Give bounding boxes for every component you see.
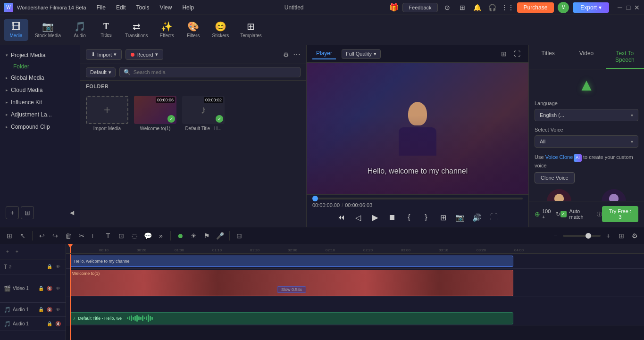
mic-btn[interactable]: 🎤 bbox=[214, 230, 226, 241]
voice-clone-link[interactable]: Voice Clone bbox=[545, 154, 573, 160]
settings-btn[interactable]: ⚙ bbox=[629, 230, 640, 241]
menu-view[interactable]: View bbox=[155, 3, 177, 12]
tool-stock-media[interactable]: 📷 Stock Media bbox=[30, 19, 66, 41]
tab-player[interactable]: Player bbox=[312, 48, 336, 59]
apps-icon[interactable]: ⋮⋮ bbox=[502, 2, 513, 13]
sidebar-item-project-media[interactable]: ▾ Project Media bbox=[0, 49, 80, 61]
record-button[interactable]: Record ▾ bbox=[125, 49, 163, 60]
more-options-button[interactable]: ⋯ bbox=[293, 50, 301, 59]
tool-templates[interactable]: ⊞ Templates bbox=[235, 19, 267, 41]
add-audio-track-btn[interactable]: + bbox=[13, 248, 21, 256]
info-icon[interactable]: ⓘ bbox=[597, 211, 602, 218]
clone-voice-button[interactable]: Clone Voice bbox=[535, 172, 575, 183]
sidebar-item-folder[interactable]: Folder bbox=[0, 61, 80, 72]
window-close[interactable]: ✕ bbox=[634, 4, 640, 11]
filter-button[interactable]: ⚙ bbox=[283, 51, 289, 58]
add-folder-btn[interactable]: + bbox=[6, 206, 19, 219]
progress-bar[interactable] bbox=[312, 198, 523, 199]
snap-btn[interactable]: ☀ bbox=[188, 230, 199, 241]
purchase-button[interactable]: Purchase bbox=[517, 2, 554, 13]
tab-text-to-speech[interactable]: Text To Speech bbox=[606, 45, 644, 69]
tab-titles[interactable]: Titles bbox=[529, 45, 567, 69]
quality-select[interactable]: Full Quality ▾ bbox=[342, 49, 381, 59]
grid-view-timeline-btn[interactable]: ⊞ bbox=[616, 230, 627, 241]
toggle-btn[interactable]: ⏺ bbox=[175, 230, 186, 241]
mark-in-btn[interactable]: { bbox=[402, 211, 416, 224]
stop-btn[interactable]: ⏹ bbox=[385, 211, 399, 224]
track-height-btn[interactable]: ⊟ bbox=[234, 230, 245, 241]
video-clip[interactable]: Welcome to(1) Slow 0.54x bbox=[70, 270, 513, 296]
voice-card-jason[interactable]: Jason bbox=[589, 189, 638, 201]
menu-edit[interactable]: Edit bbox=[111, 3, 131, 12]
audio1-track-lock-btn[interactable]: 🔒 bbox=[46, 320, 53, 328]
video-track-mute-btn[interactable]: 🔇 bbox=[46, 285, 53, 292]
split-at-playhead-btn[interactable]: ⊢ bbox=[89, 230, 100, 241]
sidebar-item-influence-kit[interactable]: ▸ Influence Kit bbox=[0, 96, 80, 108]
sidebar-item-global-media[interactable]: ▸ Global Media bbox=[0, 72, 80, 84]
video-track-eye-btn[interactable]: 👁 bbox=[54, 285, 62, 292]
video-track-lock-btn[interactable]: 🔒 bbox=[37, 285, 45, 292]
zoom-in-btn[interactable]: + bbox=[602, 230, 614, 241]
undo-btn[interactable]: ↩ bbox=[36, 230, 48, 241]
cut-btn[interactable]: ✂ bbox=[76, 230, 87, 241]
menu-tools[interactable]: Tools bbox=[132, 3, 154, 12]
sidebar-collapse-btn[interactable]: ◀ bbox=[70, 206, 74, 219]
fullscreen-ctrl-btn[interactable]: ⛶ bbox=[487, 211, 501, 224]
step-back-btn[interactable]: ◁ bbox=[351, 211, 365, 224]
menu-file[interactable]: File bbox=[92, 3, 110, 12]
volume-btn[interactable]: 🔊 bbox=[470, 211, 484, 224]
tool-media[interactable]: 🎞 Media bbox=[4, 19, 28, 41]
auto-match-checkbox[interactable]: ✓ bbox=[560, 211, 567, 217]
grid-view-btn[interactable]: ⊞ bbox=[498, 48, 510, 59]
window-minimize[interactable]: ─ bbox=[617, 4, 623, 11]
select-tool-btn[interactable]: ↖ bbox=[17, 230, 28, 241]
language-select[interactable]: English (... ▾ bbox=[535, 109, 638, 121]
headset-icon[interactable]: 🎧 bbox=[487, 2, 498, 13]
bell-icon[interactable]: 🔔 bbox=[472, 2, 483, 13]
sort-button[interactable]: Default ▾ bbox=[86, 67, 116, 77]
track-lock-btn[interactable]: 🔒 bbox=[46, 263, 53, 271]
play-pause-btn[interactable]: ▶ bbox=[368, 211, 382, 224]
window-maximize[interactable]: □ bbox=[625, 4, 632, 11]
tool-effects[interactable]: ✨ Effects bbox=[155, 19, 179, 41]
import-media-item[interactable]: + Import Media bbox=[86, 96, 128, 131]
prev-frame-btn[interactable]: ⏮ bbox=[335, 211, 348, 224]
delete-btn[interactable]: 🗑 bbox=[63, 230, 74, 241]
sidebar-item-cloud-media[interactable]: ▸ Cloud Media bbox=[0, 84, 80, 96]
tool-filters[interactable]: 🎨 Filters bbox=[181, 19, 206, 41]
color-btn[interactable]: ◌ bbox=[129, 230, 140, 241]
create-folder-btn[interactable]: ⊞ bbox=[21, 206, 34, 219]
menu-help[interactable]: Help bbox=[177, 3, 199, 12]
crop-btn[interactable]: ⊡ bbox=[116, 230, 127, 241]
audio-track-lock-btn[interactable]: 🔒 bbox=[37, 306, 45, 314]
tool-titles[interactable]: T Titles bbox=[94, 19, 118, 41]
tool-transitions[interactable]: ⇄ Transitions bbox=[120, 19, 153, 41]
media-item-audio[interactable]: ♪ 00:00:02 ✓ Default Title - H... bbox=[182, 96, 225, 131]
try-free-button[interactable]: Try Free : 3 bbox=[602, 206, 638, 222]
layout-btn[interactable]: ⊞ bbox=[457, 2, 468, 13]
user-avatar[interactable]: M bbox=[558, 2, 569, 13]
add-track-btn[interactable]: ⊞ bbox=[4, 230, 15, 241]
more-tools-btn[interactable]: » bbox=[155, 230, 167, 241]
search-input[interactable] bbox=[134, 69, 296, 75]
import-button[interactable]: ⬇ Import ▾ bbox=[86, 49, 122, 60]
text-tool-btn[interactable]: T bbox=[102, 230, 114, 241]
audio-clip[interactable]: ♪ Default Title - Hello, we bbox=[70, 312, 513, 324]
refresh-icon[interactable]: ↻ bbox=[556, 211, 560, 217]
zoom-slider[interactable] bbox=[563, 235, 601, 237]
mark-out-btn[interactable]: } bbox=[419, 211, 433, 224]
tab-video[interactable]: Video bbox=[567, 45, 605, 69]
fullscreen-btn[interactable]: ⛶ bbox=[511, 48, 523, 59]
track-eye-btn[interactable]: 👁 bbox=[54, 263, 62, 271]
zoom-out-btn[interactable]: − bbox=[550, 230, 561, 241]
sidebar-item-adjustment-layer[interactable]: ▸ Adjustment La... bbox=[0, 108, 80, 121]
title-clip[interactable]: Hello, welcome to my channel bbox=[70, 256, 513, 267]
sidebar-item-compound-clip[interactable]: ▸ Compound Clip bbox=[0, 121, 80, 133]
screenshot-btn[interactable]: 📷 bbox=[453, 211, 467, 224]
add-video-track-btn[interactable]: + bbox=[4, 248, 11, 256]
feedback-button[interactable]: Feedback bbox=[402, 3, 437, 12]
export-button[interactable]: Export ▾ bbox=[573, 2, 609, 13]
audio1-track-mute-btn[interactable]: 🔇 bbox=[54, 320, 62, 328]
audio-track-eye-btn[interactable]: 👁 bbox=[54, 306, 62, 314]
voice-select[interactable]: All ▾ bbox=[535, 135, 638, 148]
